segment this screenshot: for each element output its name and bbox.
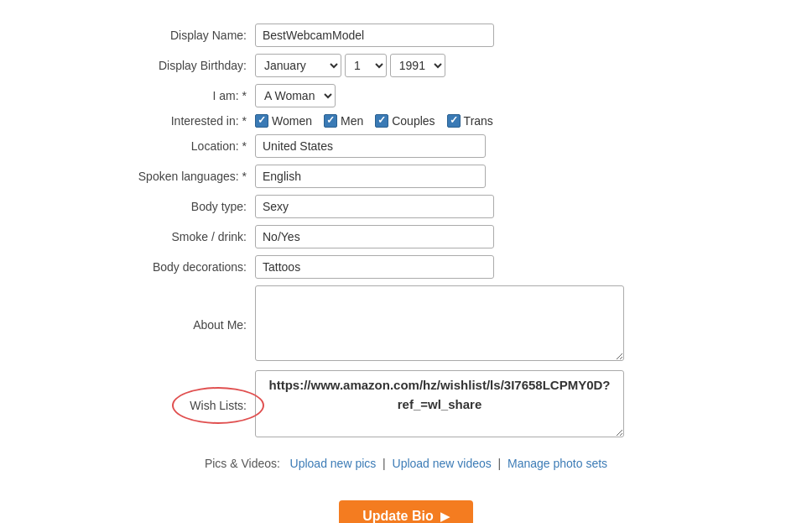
location-row: Location: * [104, 134, 708, 158]
birthday-label: Display Birthday: [104, 54, 255, 77]
smoke-drink-row: Smoke / drink: [104, 225, 708, 248]
interested-trans-item: Trans [447, 114, 493, 128]
body-type-label: Body type: [104, 195, 255, 218]
display-name-label: Display Name: [104, 24, 255, 47]
about-me-textarea[interactable] [255, 285, 624, 361]
body-decorations-input[interactable] [255, 255, 494, 279]
i-am-label: I am: * [104, 84, 255, 107]
languages-row: Spoken languages: * [104, 165, 708, 188]
display-name-input[interactable] [255, 24, 494, 47]
interested-women-item: Women [255, 114, 312, 128]
manage-photo-sets-link[interactable]: Manage photo sets [508, 457, 607, 470]
birthday-row: Display Birthday: JanuaryFebruaryMarch A… [104, 54, 708, 77]
update-bio-arrow-icon: ▶ [440, 510, 450, 523]
location-label: Location: * [104, 134, 255, 158]
interested-women-checkbox[interactable] [255, 114, 268, 128]
upload-videos-link[interactable]: Upload new videos [393, 457, 492, 470]
i-am-select[interactable]: A Woman A Man A Couple Trans [255, 84, 336, 107]
wish-lists-label: Wish Lists: [190, 399, 247, 412]
interested-couples-item: Couples [375, 114, 435, 128]
body-decorations-label: Body decorations: [104, 255, 255, 279]
interested-couples-checkbox[interactable] [375, 114, 388, 128]
wish-lists-label-container: Wish Lists: [190, 399, 247, 412]
i-am-row: I am: * A Woman A Man A Couple Trans [104, 84, 708, 107]
interested-women-label: Women [272, 114, 312, 128]
about-me-label: About Me: [104, 285, 255, 363]
interested-couples-label: Couples [392, 114, 435, 128]
pics-videos-row: Pics & Videos: Upload new pics | Upload … [34, 457, 778, 470]
smoke-drink-label: Smoke / drink: [104, 225, 255, 248]
interested-in-label: Interested in: * [104, 114, 255, 128]
interested-men-checkbox[interactable] [324, 114, 337, 128]
languages-label: Spoken languages: * [104, 165, 255, 188]
interested-trans-checkbox[interactable] [447, 114, 461, 128]
interested-in-row: Interested in: * Women Men Couples Trans [104, 114, 708, 128]
upload-pics-link[interactable]: Upload new pics [290, 457, 377, 470]
wish-lists-textarea[interactable]: https://www.amazon.com/hz/wishlist/ls/3I… [255, 370, 624, 437]
update-bio-label: Update Bio [362, 509, 433, 523]
wish-lists-row: Wish Lists: https://www.amazon.com/hz/wi… [104, 370, 708, 440]
body-type-row: Body type: [104, 195, 708, 218]
body-decorations-row: Body decorations: [104, 255, 708, 279]
birthday-year-select[interactable]: 1991199019891988 19851980 [390, 54, 445, 77]
about-me-row: About Me: [104, 285, 708, 363]
smoke-drink-input[interactable] [255, 225, 494, 248]
display-name-row: Display Name: [104, 24, 708, 47]
birthday-month-select[interactable]: JanuaryFebruaryMarch AprilMayJune JulyAu… [255, 54, 341, 77]
pics-videos-label: Pics & Videos: [205, 457, 280, 470]
body-type-input[interactable] [255, 195, 494, 218]
languages-input[interactable] [255, 165, 486, 188]
interested-men-label: Men [341, 114, 363, 128]
birthday-day-select[interactable]: 1234 5678 910 [345, 54, 387, 77]
interested-trans-label: Trans [464, 114, 493, 128]
update-bio-button[interactable]: Update Bio ▶ [339, 500, 472, 523]
interested-men-item: Men [324, 114, 363, 128]
wish-lists-label-cell: Wish Lists: [104, 370, 255, 440]
location-input[interactable] [255, 134, 486, 158]
